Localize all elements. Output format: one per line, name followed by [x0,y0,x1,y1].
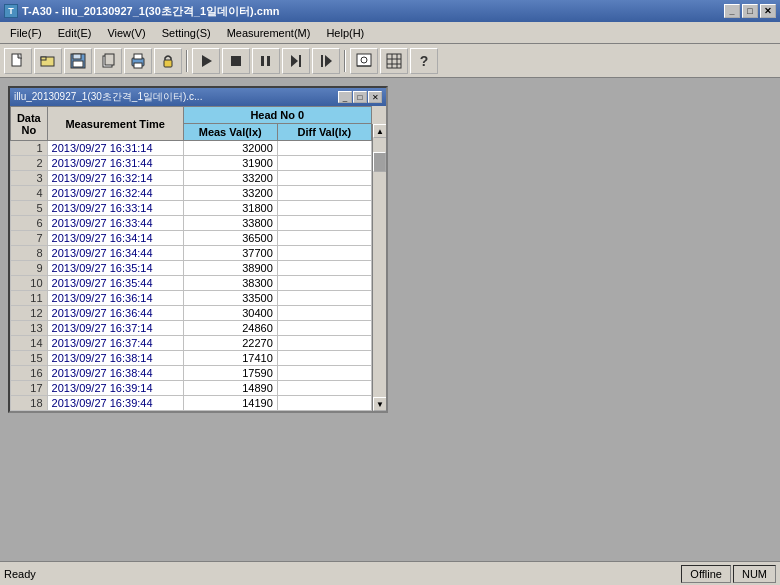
svg-marker-16 [291,55,298,67]
step-end-button[interactable] [312,48,340,74]
measurement-time-cell: 2013/09/27 16:36:14 [47,291,183,306]
svg-rect-14 [261,56,264,66]
measurement-time-cell: 2013/09/27 16:34:14 [47,231,183,246]
meas-val-cell: 33200 [183,171,277,186]
table-row: 182013/09/27 16:39:4414190 [11,396,372,411]
menu-measurement[interactable]: Measurement(M) [219,22,319,43]
measurement-time-cell: 2013/09/27 16:39:14 [47,381,183,396]
svg-rect-18 [321,55,323,67]
play-button[interactable] [192,48,220,74]
row-number: 3 [11,171,48,186]
measurement-time-cell: 2013/09/27 16:34:44 [47,246,183,261]
app-icon: T [4,4,18,18]
step-fwd-button[interactable] [282,48,310,74]
table-row: 52013/09/27 16:33:1431800 [11,201,372,216]
status-text: Ready [4,568,681,580]
scroll-down-button[interactable]: ▼ [373,397,386,411]
col-header-diff-val: Diff Val(lx) [277,124,371,141]
help-button[interactable]: ? [410,48,438,74]
meas-val-cell: 31800 [183,201,277,216]
save-button[interactable] [64,48,92,74]
measurement-time-cell: 2013/09/27 16:37:14 [47,321,183,336]
scroll-up-button[interactable]: ▲ [373,124,386,138]
scroll-thumb[interactable] [373,152,386,172]
meas-val-cell: 33500 [183,291,277,306]
menu-view[interactable]: View(V) [99,22,153,43]
meas-val-cell: 33800 [183,216,277,231]
capture-button[interactable] [350,48,378,74]
row-number: 9 [11,261,48,276]
inner-maximize-button[interactable]: □ [353,91,367,103]
row-number: 7 [11,231,48,246]
measurement-time-cell: 2013/09/27 16:31:44 [47,156,183,171]
diff-val-cell [277,321,371,336]
measurement-time-cell: 2013/09/27 16:38:14 [47,351,183,366]
row-number: 15 [11,351,48,366]
grid-button[interactable] [380,48,408,74]
row-number: 16 [11,366,48,381]
diff-val-cell [277,216,371,231]
svg-rect-11 [164,60,172,67]
row-number: 14 [11,336,48,351]
svg-marker-19 [325,55,332,67]
diff-val-cell [277,306,371,321]
menu-edit[interactable]: Edit(E) [50,22,100,43]
table-row: 32013/09/27 16:32:1433200 [11,171,372,186]
close-button[interactable]: ✕ [760,4,776,18]
inner-close-button[interactable]: ✕ [368,91,382,103]
new-button[interactable] [4,48,32,74]
measurement-time-cell: 2013/09/27 16:32:14 [47,171,183,186]
inner-minimize-button[interactable]: _ [338,91,352,103]
col-header-meas-val: Meas Val(lx) [183,124,277,141]
svg-rect-7 [105,54,114,65]
row-number: 10 [11,276,48,291]
print-button[interactable] [124,48,152,74]
svg-rect-2 [41,57,46,60]
window-title: T-A30 - illu_20130927_1(30초간격_1일데이터).cmn [22,4,279,19]
meas-val-cell: 33200 [183,186,277,201]
row-number: 1 [11,141,48,156]
col-header-meas-time: Measurement Time [47,107,183,141]
diff-val-cell [277,381,371,396]
separator-2 [344,50,346,72]
row-number: 5 [11,201,48,216]
maximize-button[interactable]: □ [742,4,758,18]
meas-val-cell: 36500 [183,231,277,246]
menu-help[interactable]: Help(H) [318,22,372,43]
stop-button[interactable] [222,48,250,74]
lock-button[interactable] [154,48,182,74]
minimize-button[interactable]: _ [724,4,740,18]
table-row: 172013/09/27 16:39:1414890 [11,381,372,396]
menu-file[interactable]: File(F) [2,22,50,43]
meas-val-cell: 17590 [183,366,277,381]
row-number: 6 [11,216,48,231]
row-number: 8 [11,246,48,261]
status-bar: Ready Offline NUM [0,561,780,585]
meas-val-cell: 17410 [183,351,277,366]
separator-1 [186,50,188,72]
open-button[interactable] [34,48,62,74]
diff-val-cell [277,396,371,411]
meas-val-cell: 22270 [183,336,277,351]
pause-button[interactable] [252,48,280,74]
measurement-time-cell: 2013/09/27 16:35:44 [47,276,183,291]
vertical-scrollbar[interactable]: ▲ ▼ [372,124,386,411]
measurement-time-cell: 2013/09/27 16:35:14 [47,261,183,276]
scroll-track [373,172,386,397]
meas-val-cell: 24860 [183,321,277,336]
main-area: illu_20130927_1(30초간격_1일데이터).c... _ □ ✕ … [0,78,780,561]
inner-window-title: illu_20130927_1(30초간격_1일데이터).c... [14,90,202,104]
row-number: 11 [11,291,48,306]
row-number: 17 [11,381,48,396]
meas-val-cell: 38300 [183,276,277,291]
menu-setting[interactable]: Setting(S) [154,22,219,43]
meas-val-cell: 38900 [183,261,277,276]
svg-marker-12 [202,55,212,67]
measurement-time-cell: 2013/09/27 16:33:14 [47,201,183,216]
offline-panel: Offline [681,565,731,583]
measurement-time-cell: 2013/09/27 16:39:44 [47,396,183,411]
copy-button[interactable] [94,48,122,74]
table-row: 122013/09/27 16:36:4430400 [11,306,372,321]
meas-val-cell: 14190 [183,396,277,411]
diff-val-cell [277,336,371,351]
